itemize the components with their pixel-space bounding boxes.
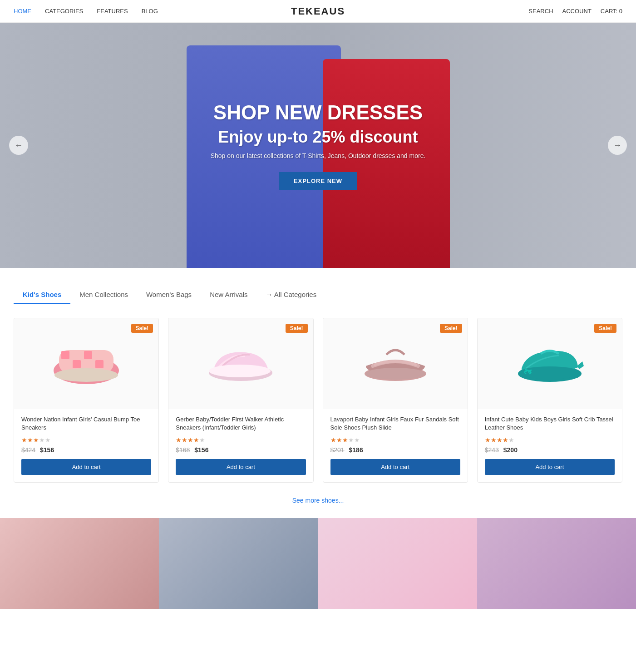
sale-badge: Sale! [594, 324, 616, 333]
star-empty: ★ [508, 436, 514, 444]
shoe-image-teal-moccasin [513, 327, 586, 400]
svg-point-10 [54, 368, 118, 382]
category-tabs: Kid's Shoes Men Collections Women's Bags… [14, 286, 622, 304]
add-to-cart-button[interactable]: Add to cart [176, 459, 306, 475]
product-price: $201 $186 [330, 446, 460, 454]
product-rating: ★★★★★ [330, 436, 460, 444]
shoe-image-pink-sneaker [204, 327, 277, 400]
product-info: Wonder Nation Infant Girls' Casual Bump … [14, 409, 158, 482]
category-tabs-section: Kid's Shoes Men Collections Women's Bags… [0, 268, 636, 304]
nav-home[interactable]: HOME [14, 8, 31, 15]
product-card: Sale! Infant Cute Baby Kids Boys Girls S… [477, 318, 622, 483]
star-empty: ★ [354, 436, 360, 444]
see-more-link[interactable]: See more shoes... [292, 497, 344, 504]
product-card: Sale! Wonder Nation Infant Girls' Casual… [14, 318, 159, 483]
sale-price: $186 [349, 446, 363, 454]
products-grid: Sale! Wonder Nation Infant Girls' Casual… [0, 318, 636, 483]
product-name: Wonder Nation Infant Girls' Casual Bump … [21, 415, 151, 433]
original-price: $424 [21, 446, 35, 454]
shoe-image-fur-slide [359, 327, 432, 400]
shoe-image-pink-check [50, 327, 123, 400]
svg-rect-7 [73, 360, 81, 368]
product-info: Lavaport Baby Infant Girls Faux Fur Sand… [323, 409, 468, 482]
sale-price: $156 [194, 446, 208, 454]
category-men[interactable] [159, 518, 318, 609]
tab-all-categories[interactable]: → All Categories [256, 286, 325, 304]
brand-logo: TEKEAUS [291, 5, 345, 17]
sale-price: $200 [503, 446, 518, 454]
svg-rect-3 [73, 351, 81, 359]
star-filled: ★ [187, 436, 193, 444]
see-more-section: See more shoes... [0, 483, 636, 518]
star-filled: ★ [497, 436, 503, 444]
hero-cta-button[interactable]: EXPLORE NEW [279, 172, 357, 190]
nav-account[interactable]: ACCOUNT [562, 8, 592, 15]
product-price: $424 $156 [21, 446, 151, 454]
category-kids[interactable] [318, 518, 477, 609]
nav-blog[interactable]: BLOG [142, 8, 158, 15]
star-empty: ★ [39, 436, 45, 444]
hero-description: Shop on our latest collections of T-Shir… [211, 152, 426, 159]
star-filled: ★ [330, 436, 336, 444]
tab-new-arrivals[interactable]: New Arrivals [201, 286, 256, 304]
category-women[interactable] [0, 518, 159, 609]
star-empty: ★ [45, 436, 51, 444]
hero-content: SHOP NEW DRESSES Enjoy up-to 25% discoun… [211, 101, 426, 190]
product-name: Gerber Baby/Toddler First Walker Athleti… [176, 415, 306, 433]
star-filled: ★ [21, 436, 27, 444]
product-rating: ★★★★★ [21, 436, 151, 444]
product-name: Lavaport Baby Infant Girls Faux Fur Sand… [330, 415, 460, 433]
nav-right: SEARCH ACCOUNT CART: 0 [528, 8, 622, 15]
hero-title: SHOP NEW DRESSES [211, 101, 426, 124]
nav-features[interactable]: FEATURES [97, 8, 128, 15]
original-price: $201 [330, 446, 345, 454]
star-empty: ★ [348, 436, 354, 444]
sale-badge: Sale! [440, 324, 462, 333]
add-to-cart-button[interactable]: Add to cart [330, 459, 460, 475]
product-rating: ★★★★★ [176, 436, 306, 444]
hero-next-button[interactable]: → [608, 136, 627, 155]
product-rating: ★★★★★ [485, 436, 615, 444]
add-to-cart-button[interactable]: Add to cart [21, 459, 151, 475]
star-filled: ★ [491, 436, 497, 444]
star-filled: ★ [33, 436, 39, 444]
nav-cart[interactable]: CART: 0 [601, 8, 622, 15]
star-filled: ★ [176, 436, 182, 444]
star-filled: ★ [182, 436, 187, 444]
star-filled: ★ [336, 436, 342, 444]
product-price: $243 $200 [485, 446, 615, 454]
hero-subtitle: Enjoy up-to 25% discount [211, 128, 426, 147]
sale-price: $156 [40, 446, 54, 454]
star-filled: ★ [503, 436, 508, 444]
category-bags[interactable] [477, 518, 636, 609]
tab-men-collections[interactable]: Men Collections [70, 286, 137, 304]
hero-prev-button[interactable]: ← [9, 136, 28, 155]
svg-rect-2 [61, 351, 69, 359]
product-info: Gerber Baby/Toddler First Walker Athleti… [168, 409, 313, 482]
star-filled: ★ [342, 436, 348, 444]
original-price: $168 [176, 446, 190, 454]
nav-left: HOME CATEGORIES FEATURES BLOG [14, 8, 158, 15]
tab-kids-shoes[interactable]: Kid's Shoes [14, 286, 70, 304]
svg-point-14 [365, 368, 425, 380]
star-filled: ★ [27, 436, 33, 444]
sale-badge: Sale! [131, 324, 153, 333]
nav-search[interactable]: SEARCH [528, 8, 553, 15]
product-price: $168 $156 [176, 446, 306, 454]
chevron-left-icon: ← [15, 141, 23, 150]
svg-rect-9 [95, 360, 104, 368]
product-name: Infant Cute Baby Kids Boys Girls Soft Cr… [485, 415, 615, 433]
product-card: Sale! Gerber Baby/Toddler First Walker A… [168, 318, 313, 483]
nav-categories[interactable]: CATEGORIES [45, 8, 83, 15]
svg-rect-4 [84, 351, 92, 359]
product-info: Infant Cute Baby Kids Boys Girls Soft Cr… [478, 409, 622, 482]
hero-banner: ← SHOP NEW DRESSES Enjoy up-to 25% disco… [0, 23, 636, 268]
add-to-cart-button[interactable]: Add to cart [485, 459, 615, 475]
svg-rect-8 [84, 360, 92, 368]
svg-rect-6 [61, 360, 69, 368]
tab-womens-bags[interactable]: Women's Bags [137, 286, 201, 304]
chevron-right-icon: → [613, 141, 621, 150]
star-filled: ★ [485, 436, 491, 444]
original-price: $243 [485, 446, 499, 454]
svg-rect-5 [95, 351, 104, 359]
